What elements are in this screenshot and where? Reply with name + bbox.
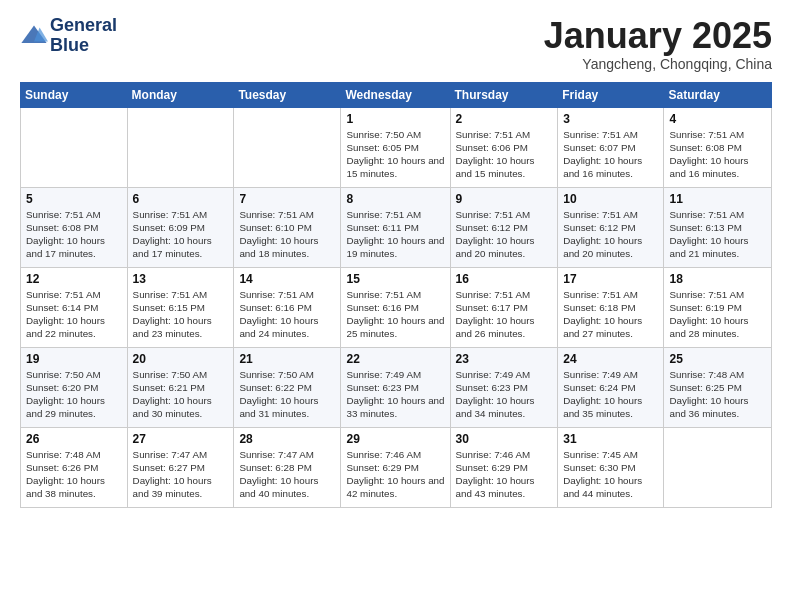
logo: General Blue <box>20 16 117 56</box>
day-number: 20 <box>133 352 229 366</box>
day-number: 27 <box>133 432 229 446</box>
day-info: Sunrise: 7:49 AM Sunset: 6:23 PM Dayligh… <box>346 368 444 421</box>
day-number: 11 <box>669 192 766 206</box>
day-info: Sunrise: 7:45 AM Sunset: 6:30 PM Dayligh… <box>563 448 658 501</box>
calendar-cell: 7Sunrise: 7:51 AM Sunset: 6:10 PM Daylig… <box>234 187 341 267</box>
calendar-header-sunday: Sunday <box>21 82 128 107</box>
page: General Blue January 2025 Yangcheng, Cho… <box>0 0 792 612</box>
day-info: Sunrise: 7:47 AM Sunset: 6:27 PM Dayligh… <box>133 448 229 501</box>
calendar-cell <box>234 107 341 187</box>
calendar-cell <box>21 107 128 187</box>
day-info: Sunrise: 7:51 AM Sunset: 6:18 PM Dayligh… <box>563 288 658 341</box>
calendar-week-row: 19Sunrise: 7:50 AM Sunset: 6:20 PM Dayli… <box>21 347 772 427</box>
day-info: Sunrise: 7:46 AM Sunset: 6:29 PM Dayligh… <box>456 448 553 501</box>
day-info: Sunrise: 7:51 AM Sunset: 6:19 PM Dayligh… <box>669 288 766 341</box>
day-number: 25 <box>669 352 766 366</box>
calendar-cell <box>127 107 234 187</box>
day-info: Sunrise: 7:48 AM Sunset: 6:25 PM Dayligh… <box>669 368 766 421</box>
day-info: Sunrise: 7:49 AM Sunset: 6:23 PM Dayligh… <box>456 368 553 421</box>
calendar-cell: 22Sunrise: 7:49 AM Sunset: 6:23 PM Dayli… <box>341 347 450 427</box>
calendar-cell: 14Sunrise: 7:51 AM Sunset: 6:16 PM Dayli… <box>234 267 341 347</box>
day-number: 13 <box>133 272 229 286</box>
day-number: 26 <box>26 432 122 446</box>
day-info: Sunrise: 7:50 AM Sunset: 6:22 PM Dayligh… <box>239 368 335 421</box>
day-number: 31 <box>563 432 658 446</box>
calendar-cell <box>664 427 772 507</box>
day-number: 6 <box>133 192 229 206</box>
calendar-cell: 1Sunrise: 7:50 AM Sunset: 6:05 PM Daylig… <box>341 107 450 187</box>
calendar-cell: 17Sunrise: 7:51 AM Sunset: 6:18 PM Dayli… <box>558 267 664 347</box>
day-number: 19 <box>26 352 122 366</box>
logo-line2: Blue <box>50 36 117 56</box>
calendar-header-friday: Friday <box>558 82 664 107</box>
day-info: Sunrise: 7:51 AM Sunset: 6:08 PM Dayligh… <box>669 128 766 181</box>
day-info: Sunrise: 7:51 AM Sunset: 6:17 PM Dayligh… <box>456 288 553 341</box>
month-title: January 2025 <box>544 16 772 56</box>
calendar-week-row: 5Sunrise: 7:51 AM Sunset: 6:08 PM Daylig… <box>21 187 772 267</box>
day-info: Sunrise: 7:51 AM Sunset: 6:16 PM Dayligh… <box>239 288 335 341</box>
day-number: 30 <box>456 432 553 446</box>
day-info: Sunrise: 7:51 AM Sunset: 6:12 PM Dayligh… <box>563 208 658 261</box>
day-number: 2 <box>456 112 553 126</box>
logo-icon <box>20 22 48 50</box>
logo-line1: General <box>50 16 117 36</box>
calendar-header-wednesday: Wednesday <box>341 82 450 107</box>
day-number: 24 <box>563 352 658 366</box>
calendar-cell: 13Sunrise: 7:51 AM Sunset: 6:15 PM Dayli… <box>127 267 234 347</box>
calendar-cell: 3Sunrise: 7:51 AM Sunset: 6:07 PM Daylig… <box>558 107 664 187</box>
day-number: 28 <box>239 432 335 446</box>
day-number: 10 <box>563 192 658 206</box>
day-number: 3 <box>563 112 658 126</box>
day-info: Sunrise: 7:50 AM Sunset: 6:21 PM Dayligh… <box>133 368 229 421</box>
calendar-week-row: 26Sunrise: 7:48 AM Sunset: 6:26 PM Dayli… <box>21 427 772 507</box>
day-info: Sunrise: 7:46 AM Sunset: 6:29 PM Dayligh… <box>346 448 444 501</box>
day-info: Sunrise: 7:51 AM Sunset: 6:15 PM Dayligh… <box>133 288 229 341</box>
subtitle: Yangcheng, Chongqing, China <box>544 56 772 72</box>
header: General Blue January 2025 Yangcheng, Cho… <box>20 16 772 72</box>
day-number: 15 <box>346 272 444 286</box>
calendar-header-saturday: Saturday <box>664 82 772 107</box>
day-info: Sunrise: 7:51 AM Sunset: 6:12 PM Dayligh… <box>456 208 553 261</box>
calendar-week-row: 12Sunrise: 7:51 AM Sunset: 6:14 PM Dayli… <box>21 267 772 347</box>
day-number: 12 <box>26 272 122 286</box>
day-number: 17 <box>563 272 658 286</box>
calendar-header-tuesday: Tuesday <box>234 82 341 107</box>
calendar-cell: 5Sunrise: 7:51 AM Sunset: 6:08 PM Daylig… <box>21 187 128 267</box>
calendar-cell: 27Sunrise: 7:47 AM Sunset: 6:27 PM Dayli… <box>127 427 234 507</box>
calendar-cell: 31Sunrise: 7:45 AM Sunset: 6:30 PM Dayli… <box>558 427 664 507</box>
day-info: Sunrise: 7:48 AM Sunset: 6:26 PM Dayligh… <box>26 448 122 501</box>
day-info: Sunrise: 7:51 AM Sunset: 6:08 PM Dayligh… <box>26 208 122 261</box>
calendar-cell: 29Sunrise: 7:46 AM Sunset: 6:29 PM Dayli… <box>341 427 450 507</box>
day-number: 18 <box>669 272 766 286</box>
calendar-table: SundayMondayTuesdayWednesdayThursdayFrid… <box>20 82 772 508</box>
calendar-cell: 10Sunrise: 7:51 AM Sunset: 6:12 PM Dayli… <box>558 187 664 267</box>
day-number: 23 <box>456 352 553 366</box>
day-number: 29 <box>346 432 444 446</box>
day-info: Sunrise: 7:51 AM Sunset: 6:13 PM Dayligh… <box>669 208 766 261</box>
calendar-cell: 11Sunrise: 7:51 AM Sunset: 6:13 PM Dayli… <box>664 187 772 267</box>
calendar-header-monday: Monday <box>127 82 234 107</box>
day-number: 14 <box>239 272 335 286</box>
day-number: 21 <box>239 352 335 366</box>
calendar-cell: 18Sunrise: 7:51 AM Sunset: 6:19 PM Dayli… <box>664 267 772 347</box>
day-number: 4 <box>669 112 766 126</box>
calendar-cell: 16Sunrise: 7:51 AM Sunset: 6:17 PM Dayli… <box>450 267 558 347</box>
calendar-cell: 15Sunrise: 7:51 AM Sunset: 6:16 PM Dayli… <box>341 267 450 347</box>
day-number: 8 <box>346 192 444 206</box>
calendar-header-row: SundayMondayTuesdayWednesdayThursdayFrid… <box>21 82 772 107</box>
day-number: 7 <box>239 192 335 206</box>
day-info: Sunrise: 7:50 AM Sunset: 6:05 PM Dayligh… <box>346 128 444 181</box>
day-number: 16 <box>456 272 553 286</box>
calendar-cell: 19Sunrise: 7:50 AM Sunset: 6:20 PM Dayli… <box>21 347 128 427</box>
calendar-cell: 12Sunrise: 7:51 AM Sunset: 6:14 PM Dayli… <box>21 267 128 347</box>
calendar-cell: 23Sunrise: 7:49 AM Sunset: 6:23 PM Dayli… <box>450 347 558 427</box>
day-info: Sunrise: 7:49 AM Sunset: 6:24 PM Dayligh… <box>563 368 658 421</box>
day-number: 1 <box>346 112 444 126</box>
calendar-cell: 28Sunrise: 7:47 AM Sunset: 6:28 PM Dayli… <box>234 427 341 507</box>
calendar-header-thursday: Thursday <box>450 82 558 107</box>
day-info: Sunrise: 7:51 AM Sunset: 6:06 PM Dayligh… <box>456 128 553 181</box>
calendar-week-row: 1Sunrise: 7:50 AM Sunset: 6:05 PM Daylig… <box>21 107 772 187</box>
day-info: Sunrise: 7:51 AM Sunset: 6:16 PM Dayligh… <box>346 288 444 341</box>
calendar-cell: 9Sunrise: 7:51 AM Sunset: 6:12 PM Daylig… <box>450 187 558 267</box>
day-info: Sunrise: 7:51 AM Sunset: 6:09 PM Dayligh… <box>133 208 229 261</box>
